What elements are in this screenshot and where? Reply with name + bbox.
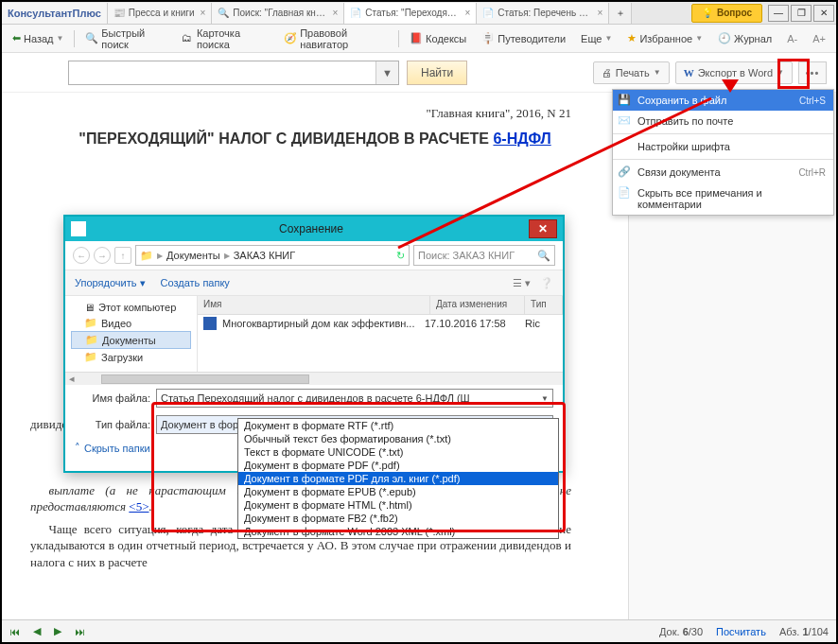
footnote-link[interactable]: <5> — [129, 499, 148, 513]
menu-hide-notes[interactable]: 📄 Скрыть все примечания и комментарии — [613, 183, 833, 215]
question-button[interactable]: 💡 Вопрос — [691, 4, 762, 23]
breadcrumb-segment[interactable]: Документы — [166, 250, 220, 261]
word-file-icon — [203, 317, 217, 330]
nav-next-icon[interactable]: ▶ — [54, 625, 61, 637]
hide-folders-button[interactable]: ˄ Скрыть папки — [75, 442, 150, 454]
guides-button[interactable]: 🪧 Путеводители — [477, 29, 570, 48]
tree-video[interactable]: 📁 Видео — [71, 315, 191, 331]
refresh-icon[interactable]: ↻ — [396, 250, 405, 262]
filetype-option[interactable]: Обычный текст без форматирования (*.txt) — [238, 432, 558, 445]
breadcrumb[interactable]: 📁 ▶ Документы ▶ ЗАКАЗ КНИГ ↻ — [135, 245, 410, 266]
tab-article-other[interactable]: 📄 Статья: Перечень в… × — [477, 3, 609, 24]
tab-article-current[interactable]: 📄 Статья: "Переходящ… × — [344, 3, 477, 24]
codex-label: Кодексы — [426, 33, 466, 44]
help-icon[interactable]: ❔ — [540, 277, 553, 289]
tab-search[interactable]: 🔍 Поиск: "Главная кни… × — [212, 3, 344, 24]
col-name[interactable]: Имя — [198, 296, 430, 314]
links-icon: 🔗 — [618, 165, 631, 179]
menu-font-settings[interactable]: Настройки шрифта — [613, 136, 833, 157]
tree-downloads[interactable]: 📁 Загрузки — [71, 349, 191, 365]
new-tab-button[interactable]: ＋ — [609, 3, 632, 24]
nav-forward-button[interactable]: → — [94, 247, 111, 264]
nav-prev-icon[interactable]: ◀ — [33, 625, 41, 637]
back-button[interactable]: ⬅ Назад ▼ — [8, 29, 68, 47]
minimize-button[interactable]: — — [768, 5, 789, 22]
word-icon: W — [684, 67, 694, 78]
filetype-option[interactable]: Документ в формате RTF (*.rtf) — [238, 419, 558, 432]
menu-save-to-file[interactable]: 💾 Сохранить в файл Ctrl+S — [613, 90, 833, 111]
filename-input[interactable]: Статья Переходящий налог с дивидендов в … — [156, 389, 553, 408]
organize-button[interactable]: Упорядочить ▾ — [75, 277, 146, 289]
close-window-button[interactable]: ✕ — [813, 5, 834, 22]
maximize-button[interactable]: ❐ — [791, 5, 812, 22]
font-decrease-button[interactable]: A- — [782, 30, 802, 47]
filename-value: Статья Переходящий налог с дивидендов в … — [161, 392, 470, 404]
journal-button[interactable]: 🕘 Журнал — [713, 29, 777, 47]
filetype-option[interactable]: Документ в формате Word 2003 XML (*.xml) — [238, 525, 558, 538]
export-word-button[interactable]: W Экспорт в Word ▼ — [675, 61, 793, 84]
more-actions-button[interactable]: ••• — [798, 61, 827, 84]
nav-tree[interactable]: 🖥 Этот компьютер 📁 Видео 📁 Документы 📁 З… — [65, 296, 198, 372]
close-icon[interactable]: × — [464, 8, 470, 18]
nav-up-button[interactable]: ↑ — [114, 247, 131, 264]
nav-last-icon[interactable]: ⏭ — [75, 626, 85, 637]
tab-label: Статья: "Переходящ… — [365, 8, 459, 18]
filetype-label: Тип файла: — [75, 419, 150, 430]
tab-home[interactable]: КонсультантПлюс — [2, 3, 108, 24]
tab-press[interactable]: 📰 Пресса и книги × — [108, 3, 213, 24]
filetype-option[interactable]: Документ в формате HTML (*.html) — [238, 498, 558, 512]
compass-icon: 🧭 — [284, 32, 297, 45]
journal-label: Журнал — [734, 33, 772, 44]
horizontal-scrollbar[interactable]: ◂ — [65, 372, 563, 385]
close-icon[interactable]: × — [597, 8, 602, 18]
chevron-down-icon[interactable]: ▼ — [541, 394, 549, 403]
quick-search-button[interactable]: 🔍 Быстрый поиск — [80, 25, 171, 53]
chevron-right-icon: ▶ — [157, 252, 163, 260]
title-link[interactable]: 6-НДФЛ — [493, 131, 550, 147]
breadcrumb-segment[interactable]: ЗАКАЗ КНИГ — [234, 250, 296, 261]
list-item[interactable]: Многоквартирный дом как эффективн... 17.… — [198, 315, 563, 332]
close-dialog-button[interactable]: ✕ — [529, 219, 557, 238]
dialog-titlebar[interactable]: Сохранение ✕ — [65, 217, 563, 241]
quick-search-label: Быстрый поиск — [101, 27, 166, 50]
status-bar: ⏮ ◀ ▶ ⏭ Док. 6/30 Посчитать Абз. 1/104 — [2, 619, 836, 642]
search-dropdown-button[interactable]: ▼ — [375, 61, 398, 84]
tree-documents[interactable]: 📁 Документы — [71, 331, 191, 349]
tree-this-pc[interactable]: 🖥 Этот компьютер — [71, 300, 191, 315]
nav-first-icon[interactable]: ⏮ — [9, 626, 20, 637]
filetype-option[interactable]: Документ в формате FB2 (*.fb2) — [238, 512, 558, 525]
filetype-dropdown[interactable]: Документ в формате RTF (*.rtf)Обычный те… — [237, 418, 559, 539]
count-link[interactable]: Посчитать — [716, 626, 766, 637]
scroll-thumb[interactable] — [101, 374, 309, 384]
find-button[interactable]: Найти — [407, 61, 467, 85]
tab-label: Статья: Перечень в… — [498, 8, 591, 18]
menu-send-mail[interactable]: ✉️ Отправить по почте — [613, 111, 833, 131]
legal-nav-button[interactable]: 🧭 Правовой навигатор — [279, 25, 393, 53]
close-icon[interactable]: × — [200, 8, 205, 18]
print-button[interactable]: 🖨 Печать ▼ — [593, 61, 670, 84]
export-word-label: Экспорт в Word — [698, 67, 773, 78]
filetype-option[interactable]: Документ в формате PDF для эл. книг (*.p… — [238, 472, 558, 485]
codex-button[interactable]: 📕 Кодексы — [405, 29, 471, 48]
folder-icon: 📁 — [140, 250, 153, 262]
search-field[interactable]: ▼ — [68, 61, 399, 85]
col-type[interactable]: Тип — [525, 296, 563, 314]
filetype-option[interactable]: Документ в формате EPUB (*.epub) — [238, 485, 558, 498]
filetype-option[interactable]: Документ в формате PDF (*.pdf) — [238, 459, 558, 472]
folder-search[interactable]: Поиск: ЗАКАЗ КНИГ 🔍 — [413, 245, 555, 266]
search-card-button[interactable]: 🗂 Карточка поиска — [177, 25, 273, 53]
legal-nav-label: Правовой навигатор — [300, 27, 388, 50]
search-input[interactable] — [69, 61, 375, 84]
font-increase-button[interactable]: A+ — [808, 30, 830, 47]
nav-back-button[interactable]: ← — [73, 247, 90, 264]
close-icon[interactable]: × — [332, 8, 338, 18]
more-tools-button[interactable]: Еще ▼ — [576, 30, 617, 47]
document-source: "Главная книга", 2016, N 21 — [30, 106, 600, 121]
filetype-option[interactable]: Текст в формате UNICODE (*.txt) — [238, 445, 558, 459]
file-list[interactable]: Имя Дата изменения Тип Многоквартирный д… — [198, 296, 563, 372]
new-folder-button[interactable]: Создать папку — [161, 277, 230, 288]
menu-doc-links[interactable]: 🔗 Связи документа Ctrl+R — [613, 162, 833, 183]
col-date[interactable]: Дата изменения — [430, 296, 525, 314]
view-options-button[interactable]: ☰ ▾ — [513, 277, 531, 289]
favorites-button[interactable]: ★ Избранное ▼ — [622, 29, 707, 47]
